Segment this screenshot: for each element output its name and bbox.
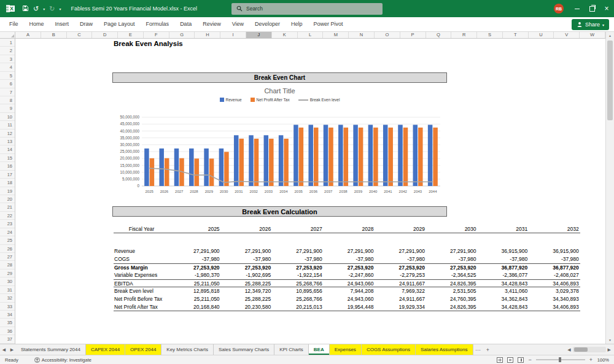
year-cell[interactable]: 2027 <box>272 225 324 233</box>
table-cell[interactable]: -37,980 <box>324 255 375 263</box>
table-cell[interactable]: 12,349,720 <box>221 287 273 295</box>
row-number-8[interactable]: 8 <box>0 96 15 104</box>
row-number-9[interactable]: 9 <box>0 104 15 112</box>
table-cell[interactable]: -37,980 <box>221 255 273 263</box>
year-cell[interactable]: 2031 <box>478 225 529 233</box>
page-break-view-button[interactable] <box>518 357 524 363</box>
table-cell[interactable]: 20,168,840 <box>169 303 221 311</box>
year-cell[interactable]: 2026 <box>221 225 273 233</box>
table-cell[interactable]: 20,215,013 <box>272 303 324 311</box>
table-cell[interactable]: 24,943,060 <box>324 295 375 303</box>
hscroll-thumb[interactable] <box>574 347 588 352</box>
table-cell[interactable]: 3,029,378 <box>529 287 580 295</box>
table-cell[interactable]: 27,291,900 <box>272 247 324 255</box>
table-cell[interactable]: -37,980 <box>169 255 221 263</box>
column-header-H[interactable]: H <box>195 32 220 38</box>
table-cell[interactable]: 25,268,766 <box>272 295 324 303</box>
table-cell[interactable]: 24,943,060 <box>324 280 375 287</box>
hscroll-right-icon[interactable]: ▶ <box>608 347 611 352</box>
column-header-T[interactable]: T <box>503 32 529 38</box>
table-cell[interactable]: -1,922,154 <box>272 271 324 279</box>
table-cell[interactable]: 25,288,225 <box>221 295 273 303</box>
accessibility-button[interactable]: Accessibility: Investigate <box>34 357 91 363</box>
column-header-N[interactable]: N <box>349 32 375 38</box>
sheet-nav-left-icon[interactable]: ◀ <box>0 344 8 355</box>
row-number-22[interactable]: 22 <box>0 212 15 220</box>
select-all-corner[interactable] <box>0 32 15 39</box>
table-cell[interactable]: -37,980 <box>478 255 529 263</box>
column-header-M[interactable]: M <box>323 32 349 38</box>
row-number-34[interactable]: 34 <box>0 311 15 319</box>
normal-view-button[interactable] <box>497 357 503 363</box>
table-cell[interactable]: 27,291,900 <box>221 247 273 255</box>
minimize-button[interactable] <box>570 0 585 17</box>
row-label[interactable]: Net Profit Before Tax <box>114 295 169 303</box>
table-cell[interactable]: -37,980 <box>426 255 478 263</box>
ribbon-tab-developer[interactable]: Developer <box>249 17 286 31</box>
vertical-scroll-thumb[interactable] <box>607 41 613 120</box>
table-cell[interactable]: 34,406,893 <box>529 303 580 311</box>
year-cell[interactable]: 2025 <box>169 225 221 233</box>
page-layout-view-button[interactable] <box>507 357 513 363</box>
table-cell[interactable]: 19,954,448 <box>324 303 375 311</box>
table-cell[interactable]: 27,253,920 <box>324 264 375 271</box>
row-number-5[interactable]: 5 <box>0 72 15 80</box>
row-number-20[interactable]: 20 <box>0 195 15 203</box>
row-number-25[interactable]: 25 <box>0 236 15 244</box>
column-header-R[interactable]: R <box>451 32 477 38</box>
table-cell[interactable]: -37,980 <box>272 255 324 263</box>
row-number-24[interactable]: 24 <box>0 228 15 236</box>
row-number-1[interactable]: 1 <box>0 39 15 47</box>
new-sheet-button[interactable]: + <box>483 344 493 355</box>
row-number-35[interactable]: 35 <box>0 319 15 327</box>
sheet-tab-capex-2044[interactable]: CAPEX 2044 <box>86 344 125 355</box>
row-number-26[interactable]: 26 <box>0 245 15 253</box>
column-header-A[interactable]: A <box>15 32 41 38</box>
sheet-tab-kpi-charts[interactable]: KPI Charts <box>274 344 309 355</box>
column-header-Q[interactable]: Q <box>426 32 452 38</box>
avatar[interactable]: RB <box>554 4 564 14</box>
year-cell[interactable]: 2030 <box>426 225 478 233</box>
excel-app-icon[interactable]: X <box>5 3 16 14</box>
share-button[interactable]: Share ▾ <box>572 19 609 30</box>
row-number-15[interactable]: 15 <box>0 154 15 162</box>
fiscal-year-label[interactable]: Fiscal Year <box>114 225 169 233</box>
ribbon-tab-draw[interactable]: Draw <box>74 17 98 31</box>
year-cell[interactable]: 2032 <box>529 225 580 233</box>
row-number-23[interactable]: 23 <box>0 220 15 228</box>
row-number-13[interactable]: 13 <box>0 137 15 145</box>
zoom-slider[interactable] <box>536 359 585 360</box>
row-number-6[interactable]: 6 <box>0 80 15 88</box>
table-cell[interactable]: -1,902,695 <box>221 271 273 279</box>
row-number-27[interactable]: 27 <box>0 253 15 261</box>
row-label[interactable]: Revenue <box>114 247 169 255</box>
column-header-V[interactable]: V <box>554 32 580 38</box>
row-number-4[interactable]: 4 <box>0 63 15 71</box>
chart-section-header[interactable]: Break Even Chart <box>112 72 447 83</box>
row-number-2[interactable]: 2 <box>0 47 15 55</box>
table-cell[interactable]: 27,253,920 <box>375 264 426 271</box>
table-cell[interactable]: 19,929,334 <box>375 303 426 311</box>
table-cell[interactable]: 34,406,893 <box>529 280 580 287</box>
ribbon-tab-power-pivot[interactable]: Power Pivot <box>308 17 349 31</box>
break-even-chart-object[interactable]: Break Even Chart Chart Title RevenueNet … <box>112 72 447 203</box>
table-cell[interactable]: 36,877,920 <box>529 264 580 271</box>
table-cell[interactable]: 36,877,920 <box>478 264 529 271</box>
row-number-14[interactable]: 14 <box>0 145 15 153</box>
close-button[interactable]: × <box>599 0 614 17</box>
zoom-out-button[interactable]: − <box>528 357 531 363</box>
table-cell[interactable]: 36,915,900 <box>478 247 529 255</box>
column-header-G[interactable]: G <box>169 32 195 38</box>
ribbon-tab-home[interactable]: Home <box>24 17 50 31</box>
sheet-tab-cogs-assumptions[interactable]: COGS Assumptions <box>362 344 416 355</box>
table-cell[interactable]: -2,364,525 <box>426 271 478 279</box>
year-cell[interactable]: 2028 <box>324 225 375 233</box>
ribbon-tab-page-layout[interactable]: Page Layout <box>98 17 141 31</box>
more-sheets-button[interactable]: ··· <box>473 344 483 355</box>
row-number-12[interactable]: 12 <box>0 130 15 137</box>
undo-icon[interactable]: ↺ <box>33 5 39 13</box>
ribbon-tab-review[interactable]: Review <box>197 17 227 31</box>
table-cell[interactable]: 7,944,208 <box>324 287 375 295</box>
column-header-P[interactable]: P <box>400 32 426 38</box>
qat-customize-chevron-icon[interactable]: ▾ <box>59 7 61 11</box>
